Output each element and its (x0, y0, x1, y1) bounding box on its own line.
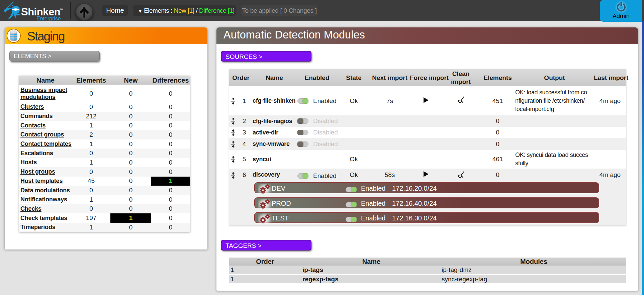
svg-text:Enterprise: Enterprise (36, 16, 61, 21)
svg-text:™: ™ (60, 8, 63, 12)
